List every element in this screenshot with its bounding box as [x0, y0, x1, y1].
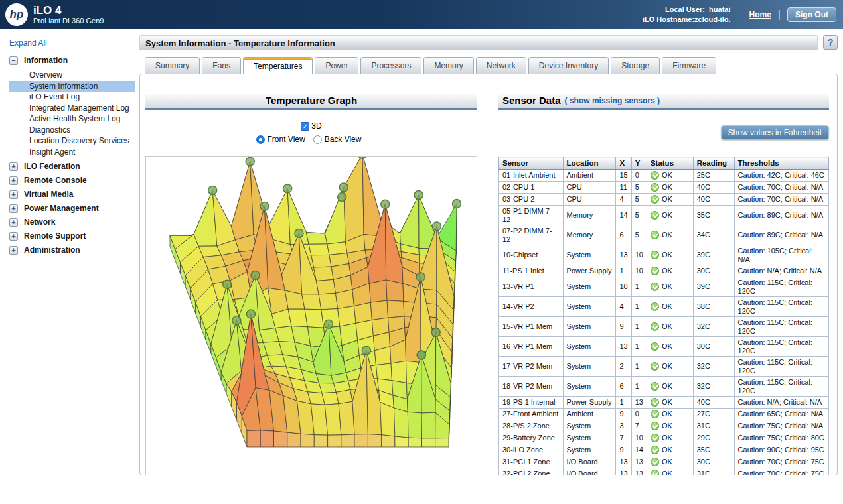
table-row: 01-Inlet AmbientAmbient150OK25CCaution: … [499, 170, 829, 182]
header-separator: | [778, 9, 781, 21]
tab-network[interactable]: Network [476, 57, 526, 74]
expand-all-link[interactable]: Expand All [9, 38, 135, 48]
cell-thresholds: Caution: 70C; Critical: 75C [734, 468, 828, 476]
status-ok-icon [651, 251, 659, 259]
sidebar-section-label[interactable]: Remote Support [24, 231, 86, 241]
cell-thresholds: Caution: 70C; Critical: N/A [734, 182, 828, 194]
sidebar-section-label[interactable]: Power Management [24, 204, 99, 213]
sidebar-section-power-management[interactable]: +Power Management [9, 204, 135, 213]
sidebar-section-label[interactable]: Remote Console [24, 176, 87, 185]
cell-reading: 40C [693, 397, 734, 409]
sidebar-section-label[interactable]: Virtual Media [24, 190, 73, 199]
sidebar: Expand All −InformationOverviewSystem In… [0, 29, 135, 504]
sidebar-section-label[interactable]: Administration [24, 245, 80, 255]
tab-power[interactable]: Power [315, 57, 358, 74]
sidebar-item-integrated-management-log[interactable]: Integrated Management Log [9, 103, 135, 114]
sidebar-section-remote-support[interactable]: +Remote Support [9, 231, 135, 241]
cell-location: System [563, 432, 616, 444]
tab-memory[interactable]: Memory [423, 57, 473, 74]
cell-x: 9 [616, 317, 631, 337]
home-link[interactable]: Home [749, 10, 771, 19]
sidebar-item-diagnostics[interactable]: Diagnostics [9, 125, 135, 136]
cell-y: 0 [631, 170, 647, 182]
nav-tree: −InformationOverviewSystem InformationiL… [9, 56, 135, 255]
cell-sensor: 29-Battery Zone [499, 432, 564, 444]
tab-storage[interactable]: Storage [611, 57, 660, 74]
temperature-graph-section: Temperature Graph ✓ 3D Front View Back V… [145, 93, 477, 475]
table-row: 03-CPU 2CPU45OK40CCaution: 70C; Critical… [499, 194, 829, 206]
expand-icon[interactable]: + [9, 232, 18, 241]
expand-icon[interactable]: + [9, 246, 18, 255]
sidebar-section-label[interactable]: Network [24, 218, 55, 227]
sidebar-section-label[interactable]: Information [24, 56, 68, 65]
tab-device-inventory[interactable]: Device Inventory [528, 57, 609, 74]
cell-reading: 31C [693, 468, 734, 476]
cell-location: System [563, 357, 616, 377]
sidebar-item-overview[interactable]: Overview [9, 70, 135, 81]
sensor-table: SensorLocationXYStatusReadingThresholds … [498, 157, 829, 475]
back-view-radio[interactable] [313, 135, 322, 144]
tab-firmware[interactable]: Firmware [662, 57, 716, 74]
cell-status: OK [647, 245, 693, 265]
collapse-icon[interactable]: − [9, 56, 18, 65]
help-button[interactable]: ? [823, 35, 838, 50]
sidebar-item-insight-agent[interactable]: Insight Agent [9, 147, 135, 158]
cell-sensor: 18-VR P2 Mem [499, 377, 564, 397]
model-name: ProLiant DL360 Gen9 [33, 17, 104, 25]
sidebar-item-system-information[interactable]: System Information [9, 81, 135, 92]
cell-x: 6 [616, 225, 631, 245]
expand-icon[interactable]: + [9, 218, 18, 227]
table-row: 16-VR P1 MemSystem131OK30CCaution: 115C;… [499, 337, 829, 357]
cell-reading: 35C [693, 206, 734, 225]
status-ok-icon [651, 458, 659, 466]
tab-temperatures[interactable]: Temperatures [243, 57, 313, 74]
expand-icon[interactable]: + [9, 190, 18, 199]
cell-y: 5 [631, 225, 647, 245]
sidebar-item-ilo-event-log[interactable]: iLO Event Log [9, 92, 135, 103]
status-text: OK [662, 283, 672, 291]
tab-summary[interactable]: Summary [145, 57, 200, 74]
temperature-graph-panel: Front of server [145, 156, 477, 475]
sidebar-section-administration[interactable]: +Administration [9, 245, 135, 255]
cell-sensor: 32-PCI 2 Zone [499, 468, 564, 476]
sidebar-section-network[interactable]: +Network [9, 218, 135, 227]
expand-icon[interactable]: + [9, 162, 18, 171]
status-text: OK [662, 267, 672, 275]
sidebar-section-label[interactable]: iLO Federation [24, 162, 80, 171]
table-row: 19-PS 1 InternalPower Supply113OK40CCaut… [499, 397, 829, 409]
hostname-label: iLO Hostname: [643, 15, 694, 23]
sidebar-item-active-health-system-log[interactable]: Active Health System Log [9, 113, 135, 125]
graph-controls: ✓ 3D Front View Back View [145, 121, 477, 144]
cell-reading: 30C [693, 265, 734, 277]
expand-icon[interactable]: + [9, 204, 18, 213]
status-ok-icon [651, 362, 659, 371]
sidebar-item-location-discovery-services[interactable]: Location Discovery Services [9, 135, 135, 147]
cell-status: OK [647, 409, 693, 420]
table-row: 07-P2 DIMM 7-12Memory65OK34CCaution: 89C… [499, 225, 829, 245]
cell-x: 11 [616, 182, 631, 194]
page-title: System Information - Temperature Informa… [139, 35, 818, 50]
sidebar-section-information[interactable]: −Information [9, 56, 135, 65]
cell-thresholds: Caution: 75C; Critical: N/A [734, 420, 828, 432]
fahrenheit-button[interactable]: Show values in Fahrenheit [721, 125, 829, 140]
cell-thresholds: Caution: 115C; Critical: 120C [734, 357, 828, 377]
3d-checkbox[interactable]: ✓ [301, 122, 309, 131]
cell-y: 0 [631, 409, 647, 420]
tab-processors[interactable]: Processors [360, 57, 422, 74]
cell-reading: 30C [693, 337, 734, 357]
cell-reading: 30C [693, 456, 734, 468]
cell-reading: 40C [693, 182, 734, 194]
sidebar-section-virtual-media[interactable]: +Virtual Media [9, 190, 135, 199]
tab-fans[interactable]: Fans [202, 57, 241, 74]
sidebar-section-ilo-federation[interactable]: +iLO Federation [9, 162, 135, 171]
cell-x: 3 [616, 420, 631, 432]
sensor-section-header: Sensor Data ( show missing sensors ) [498, 93, 829, 110]
sidebar-section-remote-console[interactable]: +Remote Console [9, 176, 135, 185]
front-view-radio[interactable] [256, 135, 265, 144]
cell-location: Memory [563, 225, 616, 245]
status-ok-icon [651, 283, 659, 291]
show-missing-sensors-link[interactable]: ( show missing sensors ) [565, 96, 660, 105]
temperature-surface-chart[interactable] [146, 157, 477, 462]
signout-button[interactable]: Sign Out [787, 7, 836, 22]
expand-icon[interactable]: + [9, 176, 18, 185]
